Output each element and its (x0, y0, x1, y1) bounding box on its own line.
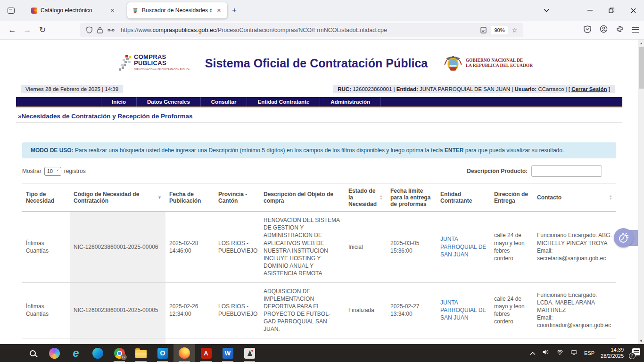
permissions-icon[interactable] (107, 28, 115, 33)
restore-icon[interactable] (601, 0, 622, 21)
logout-link[interactable]: Cerrar Sesión (571, 86, 607, 92)
nav-item-entidad-contratante[interactable]: Entidad Contratante (247, 97, 320, 107)
page-title: »Necesidades de Contratación y Recepción… (18, 113, 627, 120)
bookmark-star-icon[interactable]: ☆ (512, 26, 518, 34)
close-window-icon[interactable] (622, 0, 644, 21)
cell-fecha-limite: 2025-02-11 (387, 338, 437, 344)
records-select-wrap: 10 (44, 167, 61, 176)
cell-provincia: LOS RIOS - PUEBLOVIEJO (215, 338, 260, 344)
taskbar-edge-button[interactable] (87, 344, 108, 362)
necesidades-table: Tipo de Necesidad Código de Necesidad de… (22, 183, 616, 344)
tab-title: Buscador de Necesidades de Co (142, 7, 212, 14)
shield-icon[interactable] (86, 26, 92, 33)
reload-button[interactable]: ↻ (35, 25, 50, 35)
table-header-row: Tipo de Necesidad Código de Necesidad de… (22, 184, 616, 212)
taskbar-internet-explorer-button[interactable]: e (65, 344, 87, 362)
nav-item-inicio[interactable]: Inicio (101, 97, 136, 107)
wifi-icon[interactable] (556, 349, 564, 358)
pixel-arrow-icon (119, 55, 131, 71)
search-icon (30, 350, 36, 356)
taskbar-acrobat-button[interactable]: A (195, 344, 217, 362)
taskbar-copilot-button[interactable] (43, 344, 65, 362)
taskbar-outlook-button[interactable]: O (152, 344, 173, 362)
show-label: Mostrar (22, 168, 41, 174)
header-fecha-limite[interactable]: Fecha límite para la entrega de proforma… (387, 184, 437, 212)
sort-both-icon: ▲▼ (609, 195, 612, 200)
firefox-view-icon (8, 8, 15, 14)
taskbar-search-button[interactable] (22, 344, 43, 362)
minimize-icon[interactable] (579, 0, 601, 21)
cell-codigo: NIC-1260023860001-2025-00005 (70, 282, 165, 338)
filter-label: Descripción Producto: (467, 168, 528, 174)
start-button[interactable] (0, 344, 22, 362)
entidad-link[interactable]: JUNTA PARROQUIAL DE SAN JUAN (440, 236, 486, 257)
taskbar-chrome-button[interactable]: G (108, 344, 130, 362)
cell-fecha-publicacion: 2025-02-26 12:34:00 (165, 282, 215, 338)
product-description-input[interactable] (531, 165, 602, 177)
site-header: COMPRAS PÚBLICAS SERVICIO NACIONAL DE CO… (11, 43, 627, 83)
reader-mode-icon[interactable] (480, 27, 487, 33)
back-button[interactable]: ← (5, 25, 20, 35)
extensions-puzzle-icon[interactable] (616, 25, 624, 35)
header-codigo[interactable]: Código de Necesidad de Contratación▼ (70, 184, 165, 212)
account-icon[interactable] (600, 25, 608, 35)
nav-item-consultar[interactable]: Consultar (200, 97, 247, 107)
scroll-up-icon[interactable]: ▲ (638, 40, 644, 46)
tray-chevron-up-icon[interactable] (530, 349, 536, 357)
entidad-link[interactable]: JUNTA PARROQUIAL DE SAN JUAN (440, 299, 486, 321)
tab-catalogo-electronico[interactable]: Catálogo electrónico ✕ (26, 2, 121, 18)
page-viewport: COMPRAS PÚBLICAS SERVICIO NACIONAL DE CO… (0, 40, 644, 344)
close-tab-icon[interactable]: ✕ (109, 7, 116, 15)
new-tab-button[interactable]: + (227, 5, 241, 16)
nav-item-administracion[interactable]: Administración (320, 97, 381, 107)
nav-item-datos-generales[interactable]: Datos Generales (136, 97, 200, 107)
scroll-down-icon[interactable]: ▼ (638, 337, 644, 344)
header-descripcion-objeto[interactable]: Descripción del Objeto de compra (260, 184, 345, 212)
page-scrollbar[interactable]: ▲ ▼ (638, 40, 644, 344)
volume-icon[interactable] (542, 348, 550, 358)
tab-buscador-necesidades[interactable]: Buscador de Necesidades de Co ✕ (127, 2, 227, 18)
taskbar-file-explorer-button[interactable] (130, 344, 152, 362)
menu-hamburger-icon[interactable] (632, 27, 639, 33)
connect-display-icon[interactable] (570, 349, 578, 358)
tray-clock[interactable]: 14:39 28/2/2025 (601, 347, 624, 359)
header-direccion-entrega[interactable]: Dirección de Entrega (490, 184, 533, 212)
forward-button[interactable]: → (20, 25, 35, 35)
cell-estado: Finalizada (345, 282, 387, 338)
ruc-label: RUC: (338, 86, 351, 92)
cell-fecha-limite: 2025-02-27 13:34:00 (387, 282, 437, 338)
sort-both-icon: ▲▼ (380, 195, 383, 200)
header-tipo-necesidad[interactable]: Tipo de Necesidad (22, 184, 70, 212)
scrollbar-thumb[interactable] (639, 47, 644, 89)
language-indicator[interactable]: ESP (584, 350, 594, 356)
list-all-tabs-icon[interactable] (536, 0, 557, 21)
cell-fecha-publicacion: 2025-02-28 14:46:00 (165, 212, 215, 283)
header-entidad-contratante[interactable]: Entidad Contratante (437, 184, 490, 212)
show-records-select[interactable]: 10 (44, 167, 61, 176)
header-fecha-publicacion[interactable]: Fecha de Publicación (165, 184, 215, 212)
pocket-icon[interactable] (584, 25, 591, 35)
zoom-level-button[interactable]: 90% (491, 26, 508, 34)
records-label: registros (64, 168, 86, 174)
header-contacto[interactable]: Contacto▲▼ (533, 184, 616, 212)
logo-subtext: SERVICIO NACIONAL DE CONTRATACIÓN PÚBLIC… (134, 66, 190, 73)
close-tab-icon[interactable]: ✕ (215, 7, 223, 15)
floating-timer-badge[interactable] (614, 228, 636, 248)
chrome-profile-badge: G (121, 354, 127, 360)
taskbar-firefox-button[interactable] (173, 344, 195, 362)
usage-label: MODO DE USO: (31, 147, 74, 154)
page-main-title: Sistema Oficial de Contratación Pública (190, 57, 443, 70)
outlook-icon: O (157, 348, 168, 359)
notification-center-button[interactable]: 2 (630, 348, 640, 358)
taskbar-java-app-button[interactable] (239, 344, 260, 362)
sort-desc-icon: ▼ (157, 195, 162, 200)
firefox-view-button[interactable] (4, 3, 18, 17)
lock-icon[interactable] (97, 27, 103, 33)
taskbar-word-button[interactable]: W (217, 344, 239, 362)
tray-date: 28/2/2025 (601, 353, 624, 359)
header-provincia-canton[interactable]: Provincia - Cantón (215, 184, 260, 212)
cell-contacto: Funcionario Encargado: ABG. MICHELLY PIN… (533, 212, 616, 283)
cell-provincia: LOS RIOS - PUEBLOVIEJO (215, 212, 260, 283)
url-bar[interactable]: https://www.compraspublicas.gob.ec/Proce… (80, 23, 523, 37)
header-estado-necesidad[interactable]: Estado de la Necesidad▲▼ (345, 184, 387, 212)
